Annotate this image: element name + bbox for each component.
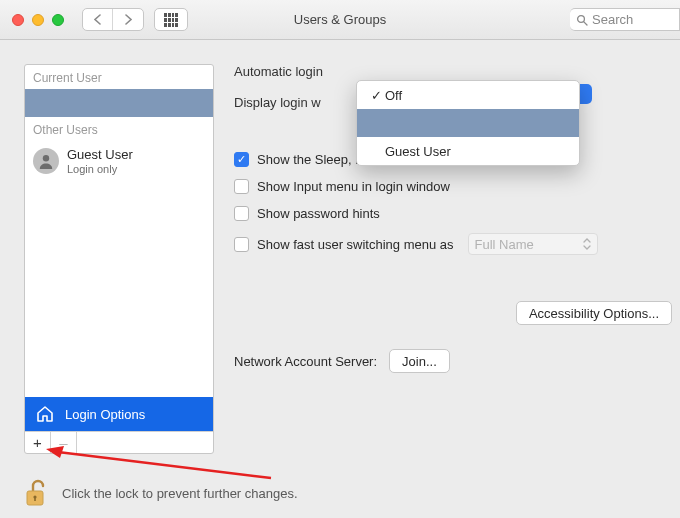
current-user-row[interactable] <box>25 89 213 117</box>
svg-line-3 <box>58 452 271 478</box>
accessibility-options-label: Accessibility Options... <box>529 306 659 321</box>
checkbox-password-hints[interactable] <box>234 206 249 221</box>
svg-rect-7 <box>34 497 36 501</box>
user-row-guest[interactable]: Guest User Login only <box>25 141 213 182</box>
titlebar: Users & Groups Search <box>0 0 680 40</box>
back-button[interactable] <box>83 9 113 30</box>
window-traffic-lights <box>12 14 64 26</box>
join-button[interactable]: Join... <box>389 349 450 373</box>
automatic-login-label: Automatic login <box>234 64 323 79</box>
grid-icon <box>164 13 178 27</box>
user-text: Guest User Login only <box>67 147 133 176</box>
nav-back-forward <box>82 8 144 31</box>
checkbox-input-menu[interactable] <box>234 179 249 194</box>
checkmark-icon: ✓ <box>371 88 385 103</box>
svg-point-2 <box>43 155 49 161</box>
lock-text: Click the lock to prevent further change… <box>62 486 298 501</box>
label-password-hints: Show password hints <box>257 206 380 221</box>
popup-option-guest-label: Guest User <box>385 144 451 159</box>
lock-open-icon[interactable] <box>24 478 48 508</box>
popup-option-hover[interactable] <box>357 109 579 137</box>
popup-button-edge <box>580 84 592 104</box>
user-sub: Login only <box>67 163 133 176</box>
section-current-user: Current User <box>25 65 213 89</box>
label-input-menu: Show Input menu in login window <box>257 179 450 194</box>
search-field[interactable]: Search <box>570 8 680 31</box>
svg-line-1 <box>584 21 587 24</box>
user-sidebar: Current User Other Users Guest User Logi… <box>24 64 214 454</box>
accessibility-options-button[interactable]: Accessibility Options... <box>516 301 672 325</box>
show-all-button[interactable] <box>154 8 188 31</box>
updown-icon <box>583 238 591 250</box>
popup-option-guest[interactable]: Guest User <box>357 137 579 165</box>
popup-option-off-label: Off <box>385 88 402 103</box>
display-login-label: Display login w <box>234 95 321 110</box>
fast-switching-value: Full Name <box>475 237 534 252</box>
search-icon <box>576 14 588 26</box>
checkbox-fast-switching[interactable] <box>234 237 249 252</box>
join-label: Join... <box>402 354 437 369</box>
remove-user-button[interactable]: – <box>51 432 77 453</box>
login-options-label: Login Options <box>65 407 145 422</box>
fast-switching-select[interactable]: Full Name <box>468 233 598 255</box>
search-placeholder: Search <box>592 12 633 27</box>
label-fast-switching: Show fast user switching menu as <box>257 237 454 252</box>
zoom-window-button[interactable] <box>52 14 64 26</box>
user-name: Guest User <box>67 147 133 163</box>
footer-spacer <box>77 432 213 453</box>
sidebar-footer: + – <box>25 431 213 453</box>
close-window-button[interactable] <box>12 14 24 26</box>
automatic-login-popup: ✓ Off Guest User <box>356 80 580 166</box>
forward-button[interactable] <box>113 9 143 30</box>
section-other-users: Other Users <box>25 117 213 141</box>
checkbox-sleep-restart[interactable] <box>234 152 249 167</box>
add-user-button[interactable]: + <box>25 432 51 453</box>
avatar-icon <box>33 148 59 174</box>
minimize-window-button[interactable] <box>32 14 44 26</box>
network-server-label: Network Account Server: <box>234 354 377 369</box>
popup-option-off[interactable]: ✓ Off <box>357 81 579 109</box>
login-options-row[interactable]: Login Options <box>25 397 213 431</box>
house-icon <box>35 404 55 424</box>
lock-row: Click the lock to prevent further change… <box>24 478 298 508</box>
